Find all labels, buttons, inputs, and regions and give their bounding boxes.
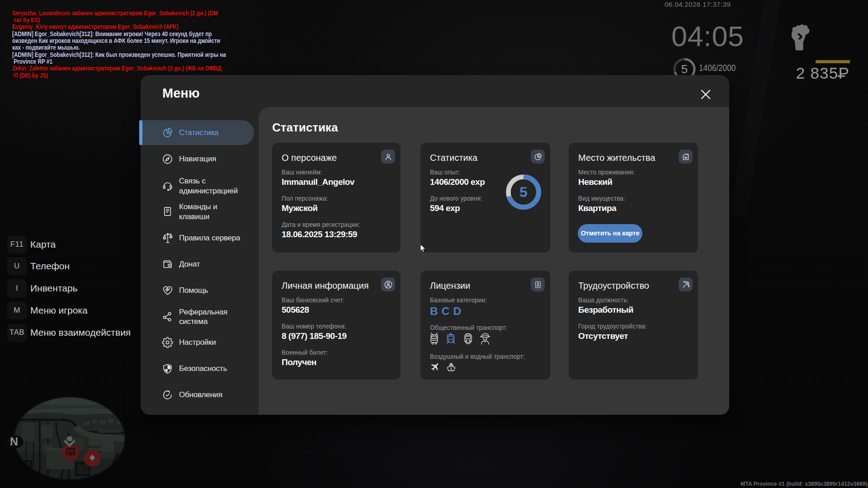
- svg-text:N: N: [10, 435, 18, 448]
